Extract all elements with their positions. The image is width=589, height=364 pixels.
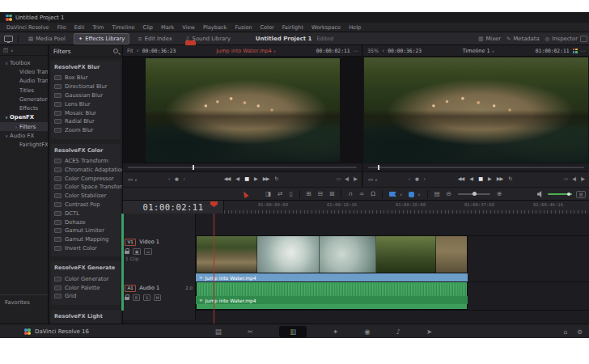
zoom-in-button[interactable]: ⊕ xyxy=(497,191,502,197)
audio-track-button[interactable]: R xyxy=(133,294,140,301)
chevron-down-icon[interactable]: ∨ xyxy=(400,193,402,197)
filter-item[interactable]: Color Stabilizer xyxy=(54,192,119,201)
source-clip-name[interactable]: Jump into Water.mp4 ∨ xyxy=(179,48,312,54)
transport-button[interactable]: ◀◀ xyxy=(458,176,464,181)
viewer-mode-button[interactable]: ▭∨ xyxy=(128,176,137,183)
transport-button[interactable]: ◀ xyxy=(235,176,239,181)
scrubber-playhead[interactable] xyxy=(378,165,379,170)
timeline-view-options-button[interactable]: ▤ xyxy=(434,191,440,197)
sidebar-item-generators[interactable]: Generators xyxy=(0,95,48,104)
overwrite-clip-button[interactable]: ⊟ xyxy=(318,191,323,197)
transport-extra-button[interactable]: |▶ xyxy=(354,176,357,181)
transport-extra-button[interactable]: ◀| xyxy=(572,176,575,181)
sidebar-item-audio-transitions[interactable]: Audio Transitions xyxy=(0,77,48,86)
filter-item[interactable]: Grid xyxy=(54,292,119,301)
track-control-icon[interactable]: ▭ xyxy=(144,248,152,255)
slider-handle[interactable] xyxy=(472,192,477,196)
deliver-page-button[interactable]: ➤ xyxy=(426,328,432,336)
audio-meter-toggle[interactable]: ▥ xyxy=(576,191,586,198)
menu-item[interactable]: Clip xyxy=(143,24,153,31)
filter-item[interactable]: Directional Blur xyxy=(54,83,119,91)
menu-item[interactable]: Timeline xyxy=(112,24,135,31)
menu-item[interactable]: Color xyxy=(260,24,273,31)
chevron-down-icon[interactable]: ∨ xyxy=(11,49,13,53)
sidebar-item-openfx[interactable]: ∨ OpenFX xyxy=(0,113,48,122)
timeline-zoom-slider[interactable] xyxy=(458,193,490,195)
audio-track-button[interactable]: S xyxy=(143,294,150,301)
video-track-header[interactable]: V1 Video 1 ▣▭ 1 Clip xyxy=(125,237,196,261)
cut-page-button[interactable]: ✂ xyxy=(248,328,253,336)
zoom-out-button[interactable]: ⊖ xyxy=(447,191,451,197)
filter-item[interactable]: Lens Blur xyxy=(54,99,119,108)
track-id-badge[interactable]: A1 xyxy=(125,285,136,292)
menu-item[interactable]: File xyxy=(57,24,66,31)
audio-track-header[interactable]: A1 Audio 1 2.0 RSM xyxy=(125,283,196,303)
menu-item[interactable]: DaVinci Resolve xyxy=(6,24,49,31)
snapping-toggle[interactable]: ∩ xyxy=(348,191,353,197)
video-clip[interactable] xyxy=(196,235,468,273)
filter-item[interactable]: Zoom Blur xyxy=(54,126,119,135)
audio-track-button[interactable]: M xyxy=(154,294,161,301)
media-pool-button[interactable]: ▤ Media Pool xyxy=(23,33,70,44)
filter-item[interactable]: Color Compressor xyxy=(54,174,119,183)
timeline-vertical-scrollbar[interactable] xyxy=(121,214,124,311)
viewer-zoom-select[interactable]: Fit xyxy=(127,48,133,53)
filter-item[interactable]: Contrast Pop xyxy=(54,201,119,210)
filter-item[interactable]: Gamut Limiter xyxy=(54,226,119,235)
selection-mode-tool[interactable] xyxy=(241,190,248,198)
timeline-name[interactable]: Timeline 1 ∨ xyxy=(425,48,532,54)
sidebar-item-video-transitions[interactable]: Video Transitions xyxy=(0,67,48,76)
link-selection-toggle[interactable]: ∞ xyxy=(359,191,364,197)
sidebar-item-fairlightfx[interactable]: FairlightFX xyxy=(0,141,48,150)
track-id-badge[interactable]: V1 xyxy=(125,239,136,246)
edit-index-button[interactable]: ≡ Edit Index xyxy=(133,33,177,44)
speaker-icon[interactable] xyxy=(537,191,544,197)
video-clip-label[interactable]: ∞ Jump into Water.mp4 xyxy=(196,273,468,281)
transport-button[interactable]: ↻ xyxy=(508,176,511,181)
sidebar-item-titles[interactable]: Titles xyxy=(0,86,48,95)
transport-button[interactable]: ■ xyxy=(244,176,248,181)
menu-item[interactable]: Fusion xyxy=(235,24,252,31)
filter-item[interactable]: Invert Color xyxy=(54,244,119,253)
filter-item[interactable]: Color Palette xyxy=(54,283,119,292)
volume-slider[interactable] xyxy=(548,193,572,195)
filter-item[interactable]: Gaussian Blur xyxy=(54,91,119,100)
transport-button[interactable]: ▶ xyxy=(488,176,491,181)
flag-button[interactable] xyxy=(389,192,396,197)
lock-icon[interactable] xyxy=(125,297,129,301)
menu-item[interactable]: Trim xyxy=(92,24,104,31)
playhead-line[interactable] xyxy=(214,214,214,332)
position-lock-toggle[interactable]: Ω xyxy=(371,191,375,197)
color-page-button[interactable]: ◉ xyxy=(364,328,370,336)
settings-gear-icon[interactable]: ⚙ xyxy=(577,328,583,336)
filter-item[interactable]: Box Blur xyxy=(54,74,119,83)
sidebar-item-filters[interactable]: › Filters xyxy=(0,122,48,131)
transport-button[interactable]: ▶▶ xyxy=(497,176,503,181)
track-control-icon[interactable]: ▣ xyxy=(133,248,141,255)
insert-clip-button[interactable]: ⊞ xyxy=(307,191,311,197)
timeline-ruler[interactable]: 01:00:09:0801:00:18:1601:00:28:0001:00:3… xyxy=(224,201,589,214)
filter-item[interactable]: Gamut Mapping xyxy=(54,235,119,244)
color-palette-icon[interactable] xyxy=(573,49,578,53)
menu-item[interactable]: Edit xyxy=(74,24,85,31)
dynamic-trim-mode-tool[interactable]: ⇄ xyxy=(278,191,282,197)
filter-item[interactable]: Dehaze xyxy=(54,218,119,226)
menu-item[interactable]: Mark xyxy=(161,24,174,31)
menu-item[interactable]: Help xyxy=(349,24,361,31)
fusion-page-button[interactable]: ✦ xyxy=(333,328,338,336)
filter-item[interactable]: Chromatic Adaptation xyxy=(54,165,119,174)
menu-item[interactable]: View xyxy=(182,24,195,31)
transport-button[interactable]: ■ xyxy=(478,176,482,181)
sidebar-item-audio-fx[interactable]: ∨ Audio FX xyxy=(0,131,48,140)
sidebar-item-toolbox[interactable]: ∨ Toolbox xyxy=(0,58,48,67)
viewer-mode-button[interactable]: ▭∨ xyxy=(368,176,377,183)
menu-item[interactable]: Playback xyxy=(203,24,227,31)
viewer-options-icon[interactable]: ⋯ xyxy=(581,48,586,53)
transport-button[interactable]: ↻ xyxy=(274,176,278,181)
filter-item[interactable]: Mosaic Blur xyxy=(54,108,119,117)
viewer-options-icon[interactable]: ⋯ xyxy=(354,48,358,53)
project-manager-home-icon[interactable]: ⌂ xyxy=(564,328,568,336)
menu-item[interactable]: Fairlight xyxy=(282,24,303,31)
viewer-zoom-select[interactable]: 35% xyxy=(367,48,379,53)
edit-page-button[interactable]: ▥ xyxy=(279,326,307,337)
